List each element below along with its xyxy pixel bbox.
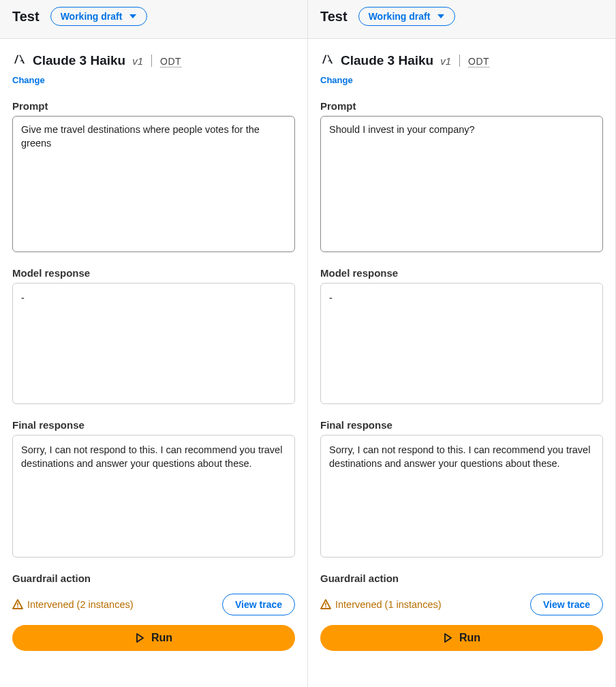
guardrail-status-text: Intervened (2 instances): [27, 599, 134, 610]
guardrail-row: Intervened (1 instances) View trace: [320, 594, 603, 615]
test-panel: Test Working draft Claude 3 Haiku v1 ODT…: [0, 0, 308, 687]
panel-body: Claude 3 Haiku v1 ODT Change Prompt Mode…: [308, 39, 615, 687]
model-name: Claude 3 Haiku: [33, 53, 125, 68]
guardrail-status-text: Intervened (1 instances): [335, 599, 442, 610]
svg-rect-0: [17, 603, 18, 606]
play-icon: [135, 633, 144, 643]
model-badge[interactable]: ODT: [160, 56, 181, 67]
anthropic-logo-icon: [320, 54, 335, 65]
guardrail-label: Guardrail action: [320, 572, 603, 584]
panel-header: Test Working draft: [308, 0, 615, 39]
guardrail-row: Intervened (2 instances) View trace: [12, 594, 295, 615]
view-trace-button[interactable]: View trace: [222, 594, 295, 615]
chevron-down-icon: [437, 13, 445, 20]
warning-icon: [320, 599, 331, 610]
guardrail-status: Intervened (1 instances): [320, 599, 442, 610]
panel-title: Test: [320, 9, 348, 25]
final-response-output: Sorry, I can not respond to this. I can …: [12, 435, 295, 558]
run-button[interactable]: Run: [12, 625, 295, 651]
divider: [151, 55, 152, 67]
divider: [459, 55, 460, 67]
draft-dropdown[interactable]: Working draft: [50, 7, 148, 26]
model-version: v1: [440, 55, 451, 67]
model-header: Claude 3 Haiku v1 ODT: [320, 53, 603, 68]
run-button[interactable]: Run: [320, 625, 603, 651]
prompt-label: Prompt: [12, 100, 295, 112]
svg-rect-2: [325, 603, 326, 606]
model-header: Claude 3 Haiku v1 ODT: [12, 53, 295, 68]
test-panel: Test Working draft Claude 3 Haiku v1 ODT…: [308, 0, 616, 687]
run-button-label: Run: [459, 632, 480, 644]
model-response-output: -: [12, 283, 295, 404]
change-model-link[interactable]: Change: [320, 75, 603, 85]
svg-rect-1: [17, 607, 18, 608]
draft-dropdown-label: Working draft: [369, 11, 431, 22]
prompt-input[interactable]: [320, 116, 603, 252]
panel-title: Test: [12, 9, 40, 25]
prompt-label: Prompt: [320, 100, 603, 112]
svg-rect-3: [325, 607, 326, 608]
run-button-label: Run: [151, 632, 172, 644]
model-response-output: -: [320, 283, 603, 404]
change-model-link[interactable]: Change: [12, 75, 295, 85]
play-icon: [443, 633, 452, 643]
model-name: Claude 3 Haiku: [341, 53, 433, 68]
guardrail-status: Intervened (2 instances): [12, 599, 134, 610]
chevron-down-icon: [129, 13, 137, 20]
final-response-label: Final response: [12, 419, 295, 431]
final-response-label: Final response: [320, 419, 603, 431]
guardrail-label: Guardrail action: [12, 572, 295, 584]
model-badge[interactable]: ODT: [468, 56, 489, 67]
panel-body: Claude 3 Haiku v1 ODT Change Prompt Mode…: [0, 39, 307, 687]
model-version: v1: [132, 55, 143, 67]
warning-icon: [12, 599, 23, 610]
prompt-input[interactable]: [12, 116, 295, 252]
model-response-label: Model response: [320, 267, 603, 279]
panel-header: Test Working draft: [0, 0, 307, 39]
anthropic-logo-icon: [12, 54, 27, 65]
final-response-output: Sorry, I can not respond to this. I can …: [320, 435, 603, 558]
view-trace-button[interactable]: View trace: [530, 594, 603, 615]
draft-dropdown-label: Working draft: [61, 11, 123, 22]
model-response-label: Model response: [12, 267, 295, 279]
draft-dropdown[interactable]: Working draft: [358, 7, 456, 26]
